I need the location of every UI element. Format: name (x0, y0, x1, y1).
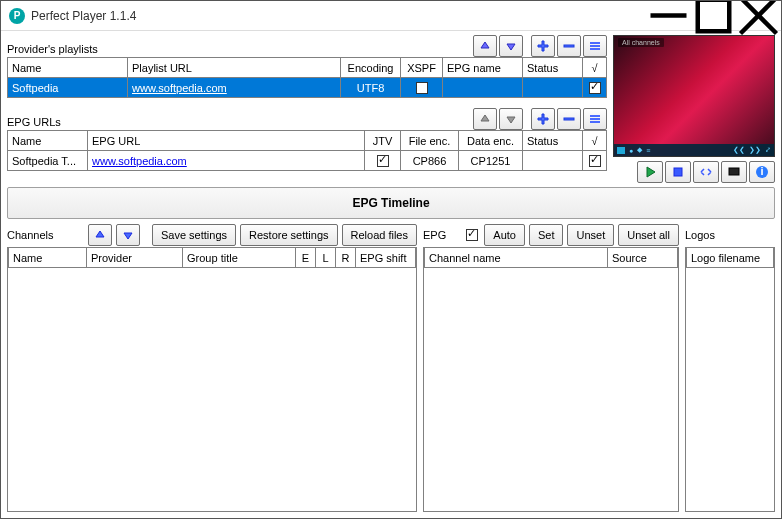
epg-empty (424, 268, 678, 512)
cell-xspf[interactable] (401, 78, 443, 98)
playlist-move-down-button[interactable] (499, 35, 523, 57)
maximize-button[interactable] (691, 1, 736, 31)
epgurls-section: EPG URLs Name EPG URL JT (7, 108, 607, 171)
preview-play-icon (617, 147, 625, 154)
playlist-remove-button[interactable] (557, 35, 581, 57)
svg-rect-11 (590, 121, 600, 123)
channels-table[interactable]: Name Provider Group title E L R EPG shif… (8, 247, 416, 268)
playlists-label: Provider's playlists (7, 43, 473, 57)
col-xspf[interactable]: XSPF (401, 58, 443, 78)
epg-unsetall-button[interactable]: Unset all (618, 224, 679, 246)
epg-remove-button[interactable] (557, 108, 581, 130)
cell-status[interactable] (523, 151, 583, 171)
logos-label: Logos (685, 229, 715, 241)
cell-name[interactable]: Softpedia T... (8, 151, 88, 171)
restore-settings-button[interactable]: Restore settings (240, 224, 337, 246)
channels-label: Channels (7, 229, 53, 241)
epg-settings-button[interactable] (583, 108, 607, 130)
reload-files-button[interactable]: Reload files (342, 224, 417, 246)
svg-rect-10 (590, 118, 600, 120)
col-fileenc[interactable]: File enc. (401, 131, 459, 151)
col-group[interactable]: Group title (183, 248, 296, 268)
play-button[interactable] (637, 161, 663, 183)
channels-empty (8, 268, 416, 512)
playlist-add-button[interactable] (531, 35, 555, 57)
epg-auto-button[interactable]: Auto (484, 224, 525, 246)
epg-add-button[interactable] (531, 108, 555, 130)
svg-rect-13 (729, 168, 739, 175)
cell-url[interactable]: www.softpedia.com (128, 78, 341, 98)
col-url[interactable]: EPG URL (88, 131, 365, 151)
svg-rect-12 (674, 168, 682, 176)
epg-auto-checkbox[interactable] (466, 229, 478, 241)
col-l[interactable]: L (316, 248, 336, 268)
col-status[interactable]: Status (523, 131, 583, 151)
cell-jtv[interactable] (365, 151, 401, 171)
col-check[interactable]: √ (583, 131, 607, 151)
col-dataenc[interactable]: Data enc. (459, 131, 523, 151)
col-epg[interactable]: EPG name (443, 58, 523, 78)
cell-dataenc[interactable]: CP1251 (459, 151, 523, 171)
save-settings-button[interactable]: Save settings (152, 224, 236, 246)
channel-down-button[interactable] (116, 224, 140, 246)
cell-url[interactable]: www.softpedia.com (88, 151, 365, 171)
cell-fileenc[interactable]: CP866 (401, 151, 459, 171)
col-channel[interactable]: Channel name (425, 248, 608, 268)
epgurls-table[interactable]: Name EPG URL JTV File enc. Data enc. Sta… (7, 130, 607, 171)
expand-button[interactable] (693, 161, 719, 183)
playlists-section: Provider's playlists Name Playlist U (7, 35, 607, 98)
svg-rect-8 (564, 118, 574, 120)
epg-set-button[interactable]: Set (529, 224, 564, 246)
playlist-move-up-button[interactable] (473, 35, 497, 57)
col-r[interactable]: R (336, 248, 356, 268)
epgurl-row[interactable]: Softpedia T... www.softpedia.com CP866 C… (8, 151, 607, 171)
svg-rect-9 (590, 115, 600, 117)
col-source[interactable]: Source (608, 248, 678, 268)
epg-unset-button[interactable]: Unset (567, 224, 614, 246)
logos-panel: Logos Logo filename (685, 223, 775, 512)
titlebar: P Perfect Player 1.1.4 (1, 1, 781, 31)
epgurls-label: EPG URLs (7, 116, 473, 130)
app-icon: P (9, 8, 25, 24)
col-status[interactable]: Status (523, 58, 583, 78)
info-button[interactable]: i (749, 161, 775, 183)
logos-table[interactable]: Logo filename (686, 247, 774, 268)
col-filename[interactable]: Logo filename (687, 248, 774, 268)
col-name[interactable]: Name (8, 58, 128, 78)
col-encoding[interactable]: Encoding (341, 58, 401, 78)
epg-timeline-button[interactable]: EPG Timeline (7, 187, 775, 219)
col-jtv[interactable]: JTV (365, 131, 401, 151)
playlist-settings-button[interactable] (583, 35, 607, 57)
col-e[interactable]: E (296, 248, 316, 268)
epg-move-down-button[interactable] (499, 108, 523, 130)
playlists-table[interactable]: Name Playlist URL Encoding XSPF EPG name… (7, 57, 607, 98)
col-name[interactable]: Name (8, 131, 88, 151)
minimize-button[interactable] (646, 1, 691, 31)
close-button[interactable] (736, 1, 781, 31)
svg-rect-5 (590, 42, 600, 44)
cell-status[interactable] (523, 78, 583, 98)
epg-table[interactable]: Channel name Source (424, 247, 678, 268)
channels-panel: Channels Save settings Restore settings … (7, 223, 417, 512)
col-name[interactable]: Name (9, 248, 87, 268)
cell-name[interactable]: Softpedia (8, 78, 128, 98)
col-check[interactable]: √ (583, 58, 607, 78)
video-preview[interactable]: All channels ●◆≡ ❮❮❯❯⤢ (613, 35, 775, 157)
stop-button[interactable] (665, 161, 691, 183)
cell-epg[interactable] (443, 78, 523, 98)
col-shift[interactable]: EPG shift (356, 248, 416, 268)
col-url[interactable]: Playlist URL (128, 58, 341, 78)
cell-check[interactable] (583, 78, 607, 98)
screen-button[interactable] (721, 161, 747, 183)
playlist-row[interactable]: Softpedia www.softpedia.com UTF8 (8, 78, 607, 98)
svg-rect-7 (590, 48, 600, 50)
cell-encoding[interactable]: UTF8 (341, 78, 401, 98)
svg-text:i: i (760, 165, 763, 177)
col-provider[interactable]: Provider (87, 248, 183, 268)
logos-empty (686, 268, 774, 512)
epg-move-up-button[interactable] (473, 108, 497, 130)
channel-up-button[interactable] (88, 224, 112, 246)
cell-check[interactable] (583, 151, 607, 171)
epg-panel: EPG Auto Set Unset Unset all Channel nam… (423, 223, 679, 512)
svg-rect-1 (698, 0, 730, 31)
